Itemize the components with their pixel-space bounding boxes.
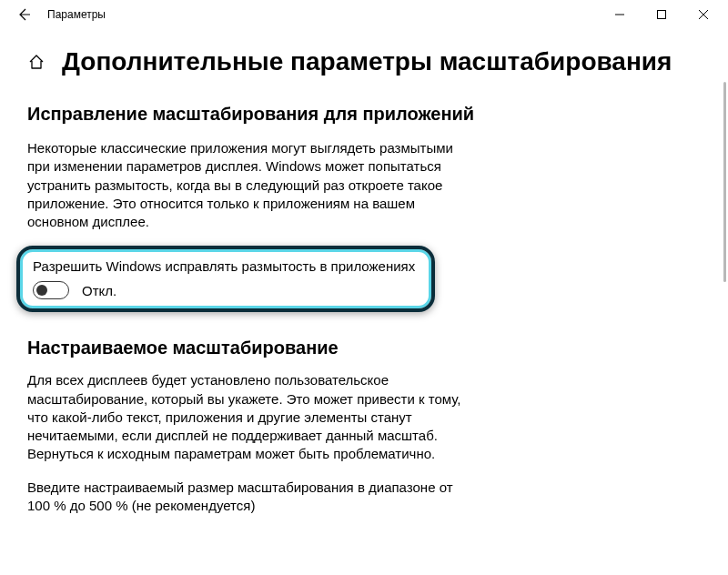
- toggle-knob-icon: [36, 285, 47, 296]
- toggle-status: Откл.: [82, 283, 116, 298]
- toggle-label: Разрешить Windows исправлять размытость …: [33, 258, 419, 274]
- toggle-row: Откл.: [33, 281, 419, 299]
- window-title: Параметры: [47, 8, 106, 21]
- home-button[interactable]: [27, 53, 46, 71]
- minimize-button[interactable]: [599, 0, 641, 29]
- arrow-left-icon: [16, 7, 31, 22]
- content-area: Дополнительные параметры масштабирования…: [0, 29, 728, 575]
- back-button[interactable]: [4, 0, 44, 29]
- close-icon: [699, 10, 708, 19]
- close-button[interactable]: [682, 0, 724, 29]
- section2-heading: Настраиваемое масштабирование: [27, 338, 701, 358]
- minimize-icon: [615, 10, 624, 19]
- section1-body: Некоторые классические приложения могут …: [27, 139, 464, 231]
- home-icon: [28, 54, 45, 70]
- section2-body2: Введите настраиваемый размер масштабиров…: [27, 479, 464, 516]
- svg-rect-1: [658, 11, 666, 19]
- maximize-button[interactable]: [641, 0, 682, 29]
- maximize-icon: [657, 10, 666, 19]
- blur-fix-toggle[interactable]: [33, 281, 69, 299]
- titlebar: Параметры: [0, 0, 728, 29]
- scrollbar[interactable]: [717, 82, 728, 537]
- section2-body: Для всех дисплеев будет установлено поль…: [27, 371, 464, 463]
- page-title: Дополнительные параметры масштабирования: [62, 47, 672, 76]
- highlight-toggle-box: Разрешить Windows исправлять размытость …: [16, 246, 435, 312]
- scroll-thumb[interactable]: [723, 82, 726, 282]
- section1-heading: Исправление масштабирования для приложен…: [27, 102, 701, 126]
- page-header: Дополнительные параметры масштабирования: [27, 47, 701, 76]
